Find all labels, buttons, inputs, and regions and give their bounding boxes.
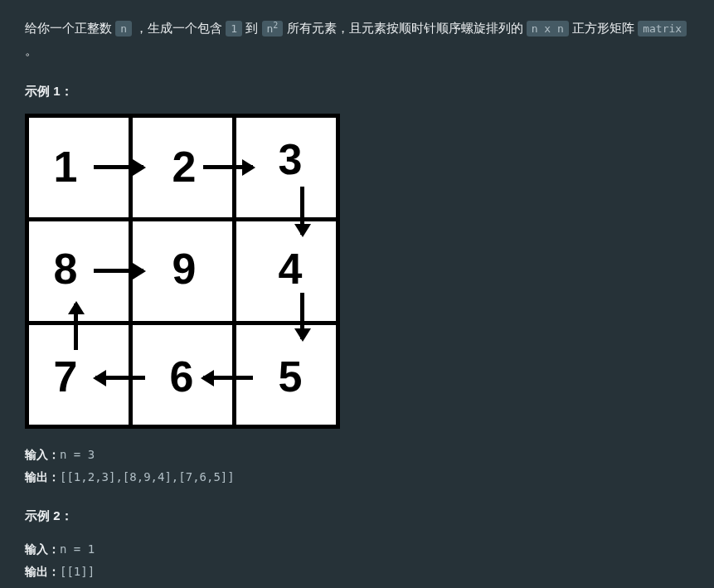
cell-number: 3 [279,121,303,199]
desc-text: 。 [25,43,37,57]
input-line: 输入：n = 3 [25,444,689,466]
output-line: 输出：[[1]] [25,561,689,583]
cell-number: 8 [54,231,78,309]
cell-number: 1 [54,129,78,207]
spiral-grid: 1 2 3 8 9 4 7 6 5 [29,118,336,425]
input-value: n = 1 [60,542,95,556]
cell-number: 7 [54,338,78,416]
grid-cell: 2 [133,118,232,217]
grid-cell: 6 [133,325,232,425]
input-label: 输入： [25,542,60,556]
spiral-matrix-image: 1 2 3 8 9 4 7 6 5 [25,114,340,429]
code-1: 1 [226,21,242,36]
desc-text: 正方形矩阵 [572,21,638,35]
output-value: [[1]] [60,565,95,578]
output-line: 输出：[[1,2,3],[8,9,4],[7,6,5]] [25,466,689,488]
grid-cell: 8 [29,221,129,321]
output-value: [[1,2,3],[8,9,4],[7,6,5]] [60,470,235,484]
output-label: 输出： [25,470,60,484]
desc-text: 到 [245,21,261,35]
cell-number: 4 [279,231,303,309]
example-1-title: 示例 1： [25,80,689,102]
problem-description: 给你一个正整数 n ，生成一个包含 1 到 n2 所有元素，且元素按顺时针顺序螺… [25,17,689,61]
code-matrix: matrix [638,21,687,36]
grid-cell: 4 [236,221,336,321]
grid-cell: 7 [29,325,129,425]
output-label: 输出： [25,565,60,578]
grid-cell: 3 [236,118,336,217]
example-1-io: 输入：n = 3 输出：[[1,2,3],[8,9,4],[7,6,5]] [25,444,689,488]
desc-text: 给你一个正整数 [25,21,115,35]
cell-number: 2 [172,129,197,207]
grid-cell: 5 [236,325,336,425]
input-value: n = 3 [60,448,95,461]
input-label: 输入： [25,448,60,461]
input-line: 输入：n = 1 [25,538,689,561]
example-2-title: 示例 2： [25,504,689,527]
code-nxn: n x n [527,21,569,36]
example-2-io: 输入：n = 1 输出：[[1]] [25,538,689,582]
code-n-squared: n2 [262,21,284,36]
cell-number: 6 [170,338,194,416]
grid-cell: 9 [133,221,232,321]
code-n: n [115,21,132,36]
desc-text: 所有元素，且元素按顺时针顺序螺旋排列的 [287,21,527,35]
cell-number: 5 [279,338,303,416]
cell-number: 9 [172,231,197,309]
desc-text: ，生成一个包含 [135,21,226,35]
grid-cell: 1 [29,118,129,217]
